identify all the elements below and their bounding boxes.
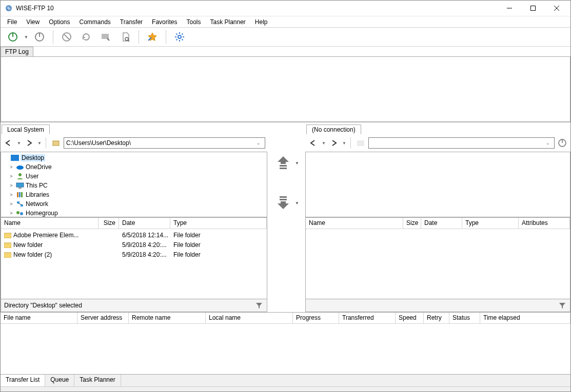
col-name[interactable]: Name: [306, 218, 403, 229]
menu-commands[interactable]: Commands: [75, 17, 115, 27]
col-server-address[interactable]: Server address: [77, 313, 129, 323]
filter-icon[interactable]: [254, 301, 264, 310]
remote-connect-button[interactable]: [556, 137, 568, 149]
svg-rect-24: [11, 155, 19, 161]
window-title: WISE-FTP 10: [16, 5, 498, 12]
onedrive-icon: [16, 163, 24, 171]
close-button[interactable]: [545, 1, 568, 16]
chevron-down-icon[interactable]: ⌄: [544, 140, 552, 146]
col-speed[interactable]: Speed: [396, 313, 424, 323]
menu-options[interactable]: Options: [44, 17, 74, 27]
favorites-button[interactable]: [143, 29, 162, 45]
remote-tab[interactable]: (No connection): [306, 125, 361, 134]
col-date[interactable]: Date: [421, 218, 462, 229]
tree-item-libraries[interactable]: > Libraries: [1, 190, 267, 199]
remote-back-dropdown[interactable]: ▼: [321, 141, 326, 146]
local-forward-button[interactable]: [23, 137, 35, 149]
tab-transfer-list[interactable]: Transfer List: [1, 375, 45, 386]
transfer-list-body[interactable]: [1, 324, 570, 374]
col-progress[interactable]: Progress: [293, 313, 339, 323]
disconnect-button[interactable]: [30, 29, 49, 45]
remote-home-button[interactable]: [355, 137, 367, 149]
col-remote-name[interactable]: Remote name: [129, 313, 206, 323]
pc-icon: [16, 182, 24, 189]
tab-task-planner[interactable]: Task Planner: [74, 375, 121, 386]
remote-path-input[interactable]: ⌄: [368, 137, 555, 149]
local-forward-dropdown[interactable]: ▼: [37, 141, 42, 146]
minimize-button[interactable]: [498, 1, 521, 16]
col-type[interactable]: Type: [462, 218, 519, 229]
menu-view[interactable]: View: [22, 17, 44, 27]
libraries-icon: [16, 191, 24, 198]
local-path-text: C:\Users\User\Desktop\: [66, 139, 131, 147]
menu-transfer[interactable]: Transfer: [115, 17, 147, 27]
col-status[interactable]: Status: [449, 313, 480, 323]
download-button[interactable]: [273, 193, 293, 213]
svg-line-21: [176, 39, 178, 40]
svg-line-22: [182, 34, 183, 35]
remote-file-list[interactable]: Name Size Date Type Attributes: [305, 217, 570, 299]
col-file-name[interactable]: File name: [1, 313, 77, 323]
tree-item-onedrive[interactable]: > OneDrive: [1, 162, 267, 172]
maximize-button[interactable]: [521, 1, 545, 16]
svg-line-20: [182, 39, 183, 40]
upload-button[interactable]: [273, 153, 293, 173]
tree-item-user[interactable]: > User: [1, 172, 267, 181]
connect-dropdown[interactable]: ▼: [23, 35, 29, 39]
remote-forward-dropdown[interactable]: ▼: [342, 141, 347, 146]
menu-file[interactable]: File: [3, 17, 22, 27]
user-icon: [16, 173, 24, 180]
svg-point-25: [16, 166, 24, 170]
download-dropdown[interactable]: ▼: [295, 201, 299, 205]
folder-icon: [4, 252, 11, 258]
menu-help[interactable]: Help: [250, 17, 272, 27]
col-local-name[interactable]: Local name: [206, 313, 293, 323]
local-back-dropdown[interactable]: ▼: [16, 141, 22, 146]
search-button[interactable]: [116, 29, 134, 45]
local-back-button[interactable]: [3, 137, 15, 149]
menu-bar: File View Options Commands Transfer Favo…: [1, 16, 570, 27]
svg-rect-41: [280, 168, 287, 169]
col-attributes[interactable]: Attributes: [519, 218, 570, 229]
menu-favorites[interactable]: Favorites: [147, 17, 182, 27]
col-retry[interactable]: Retry: [424, 313, 449, 323]
tree-item-desktop[interactable]: Desktop: [1, 153, 267, 162]
col-transferred[interactable]: Transferred: [339, 313, 396, 323]
local-tree[interactable]: Desktop > OneDrive > User > This PC: [1, 152, 267, 217]
abort-button[interactable]: [57, 29, 76, 45]
chevron-down-icon[interactable]: ⌄: [254, 140, 263, 146]
refresh-button[interactable]: [77, 29, 95, 45]
col-name[interactable]: Name: [1, 218, 99, 229]
col-date[interactable]: Date: [119, 218, 170, 229]
tree-item-thispc[interactable]: > This PC: [1, 181, 267, 190]
menu-task-planner[interactable]: Task Planner: [205, 17, 250, 27]
svg-rect-43: [280, 199, 287, 200]
local-file-list[interactable]: Name Size Date Type Adobe Premiere Elem.…: [1, 217, 267, 299]
col-type[interactable]: Type: [170, 218, 267, 229]
menu-tools[interactable]: Tools: [182, 17, 205, 27]
filter-icon[interactable]: [558, 301, 567, 310]
svg-rect-28: [18, 188, 22, 189]
remote-forward-button[interactable]: [328, 137, 340, 149]
tree-item-network[interactable]: > Network: [1, 199, 267, 209]
ftp-log-tab[interactable]: FTP Log: [1, 47, 33, 56]
file-row[interactable]: Adobe Premiere Elem... 6/5/2018 12:14...…: [1, 230, 267, 240]
sync-button[interactable]: [96, 29, 115, 45]
transfer-list-header: File name Server address Remote name Loc…: [1, 313, 570, 324]
upload-dropdown[interactable]: ▼: [295, 161, 299, 166]
file-row[interactable]: New folder 5/9/2018 4:20:... File folder: [1, 240, 267, 250]
tree-item-homegroup[interactable]: > Homegroup: [1, 209, 267, 217]
ftp-log-area[interactable]: [1, 56, 570, 122]
col-time-elapsed[interactable]: Time elapsed: [480, 313, 570, 323]
file-row[interactable]: New folder (2) 5/9/2018 4:20:... File fo…: [1, 250, 267, 259]
remote-tree[interactable]: [305, 152, 570, 217]
settings-button[interactable]: [170, 29, 189, 45]
col-size[interactable]: Size: [99, 218, 119, 229]
local-system-tab[interactable]: Local System: [2, 125, 50, 134]
remote-back-button[interactable]: [307, 137, 320, 149]
tab-queue[interactable]: Queue: [45, 375, 74, 386]
local-path-input[interactable]: C:\Users\User\Desktop\ ⌄: [64, 137, 265, 149]
connect-button[interactable]: [4, 29, 22, 45]
local-home-button[interactable]: [50, 137, 62, 149]
col-size[interactable]: Size: [403, 218, 421, 229]
